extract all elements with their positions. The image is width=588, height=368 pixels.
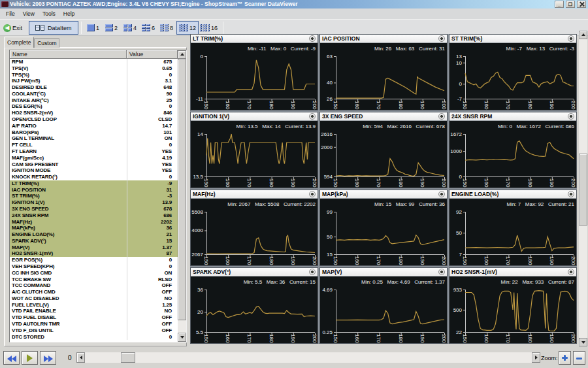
table-row[interactable]: A/C CLUTCH CMDOFF: [10, 289, 178, 295]
table-row[interactable]: MAF(gm/Sec)4.19: [10, 155, 178, 161]
table-row[interactable]: LT TRIM(%)-9: [10, 180, 178, 187]
table-row[interactable]: MAP(V)1.37: [10, 244, 178, 251]
tab-custom[interactable]: Custom: [34, 38, 59, 48]
rewind-button[interactable]: [3, 351, 20, 365]
table-row[interactable]: DES EGR(%)0: [10, 103, 178, 110]
timeline-scrollbar-thumb[interactable]: [121, 352, 135, 363]
table-row[interactable]: BARO(kPa)101: [10, 129, 178, 136]
svg-text:92: 92: [456, 209, 462, 215]
table-row[interactable]: COOLANT(°C)90: [10, 91, 178, 97]
table-scrollbar-up-icon[interactable]: [178, 50, 186, 59]
table-row[interactable]: VTD F_DIS UNTILOFF: [10, 327, 178, 334]
chart-scrollbar-up-icon[interactable]: [579, 31, 587, 39]
table-row[interactable]: CAM SIG PRESENTYES: [10, 161, 178, 168]
table-row[interactable]: TCC COMMANDOFF: [10, 282, 178, 289]
layout-8-button[interactable]: 8: [158, 21, 175, 35]
menu-file[interactable]: File: [2, 8, 19, 19]
table-row[interactable]: VTD FUEL DISABLOFF: [10, 314, 178, 321]
timeline-scrollbar-right-icon[interactable]: [532, 352, 540, 363]
layout-4-button[interactable]: 4: [122, 21, 139, 35]
record-icon[interactable]: [438, 191, 445, 197]
svg-text:150: 150: [462, 101, 468, 110]
record-icon[interactable]: [438, 113, 445, 120]
table-row[interactable]: INJ PW(mS)3.1: [10, 78, 178, 84]
table-row[interactable]: IGNITION MODEYES: [10, 167, 178, 174]
record-icon[interactable]: [438, 35, 445, 42]
record-icon[interactable]: [438, 269, 445, 275]
menu-tools[interactable]: Tools: [39, 8, 59, 19]
table-row[interactable]: VEH SPEED(KPH)0: [10, 263, 178, 270]
table-row[interactable]: GEN L TERMINALON: [10, 135, 178, 142]
table-row[interactable]: VTD FAIL ENABLENO: [10, 308, 178, 314]
table-row[interactable]: HO2 SNSR-2(mV)846: [10, 110, 178, 116]
table-row[interactable]: TPS(V)0.65: [10, 65, 178, 72]
record-icon[interactable]: [568, 35, 574, 42]
zoom-out-button[interactable]: [573, 351, 585, 365]
svg-text:170: 170: [376, 178, 382, 188]
table-row[interactable]: IAC POSITION31: [10, 187, 178, 193]
table-row[interactable]: DESIRED IDLE648: [10, 84, 178, 91]
record-icon[interactable]: [568, 269, 574, 275]
table-row[interactable]: CC INH SIG CMDON: [10, 270, 178, 276]
layout-6-button[interactable]: 6: [140, 21, 157, 35]
exit-button[interactable]: ◀ Exit: [2, 21, 24, 35]
dataitem-button[interactable]: DataItem: [29, 21, 78, 35]
play-button[interactable]: [22, 351, 38, 365]
table-row[interactable]: VTD AUTOLRN TMROFF: [10, 321, 178, 327]
record-icon[interactable]: [568, 113, 574, 120]
timeline-scrollbar[interactable]: [76, 352, 540, 363]
record-icon[interactable]: [309, 113, 316, 120]
table-scrollbar-down-icon[interactable]: [178, 333, 186, 342]
table-row[interactable]: WOT AC DISABLEDNO: [10, 295, 178, 302]
layout-1-button[interactable]: 1: [85, 21, 101, 35]
table-row[interactable]: 24X SNSR RPM686: [10, 212, 178, 219]
table-row[interactable]: ENGINE LOAD(%)21: [10, 231, 178, 238]
record-icon[interactable]: [309, 191, 316, 197]
row-value: OFF: [127, 289, 178, 295]
tab-complete[interactable]: Complete: [4, 37, 34, 48]
close-button[interactable]: [577, 1, 586, 8]
table-row[interactable]: RPM675: [10, 59, 178, 65]
table-row[interactable]: MAF(Hz)2202: [10, 219, 178, 226]
menu-help[interactable]: Help: [59, 8, 78, 19]
zoom-in-button[interactable]: [559, 351, 571, 365]
record-icon[interactable]: [309, 35, 316, 42]
table-row[interactable]: EGR POS(%)0: [10, 257, 178, 263]
timeline-scrollbar-left-icon[interactable]: [76, 352, 85, 363]
chart-scrollbar-down-icon[interactable]: [579, 338, 587, 346]
chart-scrollbar[interactable]: [579, 31, 587, 346]
table-row[interactable]: OPEN/CLSD LOOPCLSD: [10, 116, 178, 123]
minimize-button[interactable]: _: [555, 1, 564, 8]
table-row[interactable]: MAP(kPa)36: [10, 225, 178, 231]
table-row[interactable]: SPARK ADV(°)15: [10, 238, 178, 244]
table-row[interactable]: KNOCK RETARD(°)0: [10, 174, 178, 180]
column-header-name[interactable]: Name: [10, 50, 127, 59]
chart-panel-lt-trim-: LT TRIM(%)Min: -11 Max: 0 Current: -90-1…: [190, 34, 318, 110]
table-scrollbar[interactable]: [178, 50, 186, 342]
record-icon[interactable]: [309, 269, 316, 275]
table-row[interactable]: TPS(%)0: [10, 72, 178, 78]
table-row[interactable]: TCC BRAKE SWRLSD: [10, 276, 178, 283]
table-row[interactable]: DTC STORED0: [10, 334, 178, 341]
restore-button[interactable]: ❐: [566, 1, 575, 8]
layout-12-button[interactable]: 12: [176, 21, 199, 35]
table-row[interactable]: FT LEARNYES: [10, 148, 178, 155]
table-row[interactable]: FUEL LEVEL(V)1.25: [10, 302, 178, 309]
grid-2-icon: [105, 24, 113, 31]
column-header-value[interactable]: Value: [127, 50, 178, 59]
table-row[interactable]: ST TRIM(%)-3: [10, 193, 178, 199]
record-icon[interactable]: [568, 191, 574, 197]
fast-forward-button[interactable]: [40, 351, 56, 365]
table-row[interactable]: A/F RATIO14.7: [10, 123, 178, 129]
table-row[interactable]: IGNITION 1(V)13.9: [10, 199, 178, 206]
table-row[interactable]: 3X ENG SPEED678: [10, 206, 178, 212]
chart-scrollbar-thumb[interactable]: [579, 154, 587, 226]
table-scrollbar-thumb[interactable]: [178, 59, 186, 320]
layout-2-button[interactable]: 2: [103, 21, 120, 35]
layout-16-button[interactable]: 16: [198, 21, 220, 35]
table-row[interactable]: INTAKE AIR(°C)25: [10, 97, 178, 104]
svg-text:10: 10: [456, 60, 462, 66]
table-row[interactable]: FT CELL0: [10, 142, 178, 148]
menu-view[interactable]: View: [19, 8, 39, 19]
table-row[interactable]: HO2 SNSR-1(mV)87: [10, 250, 178, 257]
